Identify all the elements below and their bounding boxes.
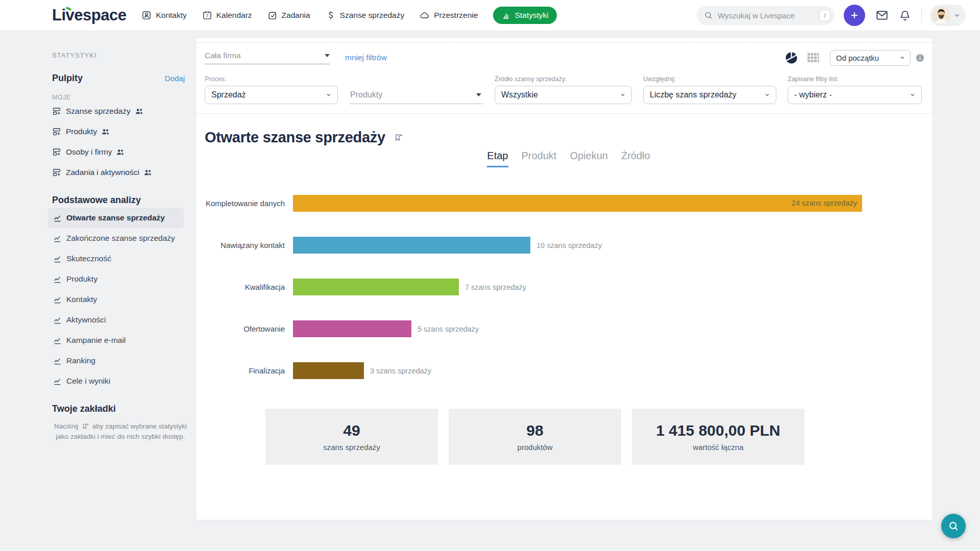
- bookmark-report-button[interactable]: [393, 133, 403, 143]
- sidebar-analysis-item[interactable]: Otwarte szanse sprzedaży: [48, 208, 184, 228]
- topbar: Livespace Kontakty 7 Kalendarz: [0, 0, 980, 31]
- table-view-button[interactable]: [806, 51, 820, 64]
- chart-bar[interactable]: [293, 320, 411, 337]
- bar-chart-icon: [501, 11, 510, 20]
- chart-bar[interactable]: 24 szans sprzedaży: [293, 195, 862, 212]
- sidebar-item-osoby-i-firmy[interactable]: Osoby i firmy: [52, 142, 186, 162]
- uwzglednij-select[interactable]: Liczbę szans sprzedaży: [643, 86, 776, 104]
- sidebar-analysis-item[interactable]: Kontakty: [48, 289, 184, 310]
- task-check-icon: [267, 10, 278, 20]
- sidebar-analysis-item[interactable]: Cele i wyniki: [48, 371, 184, 391]
- scope-value: Cała firma: [205, 51, 241, 60]
- chart-row: Finalizacja3 szans sprzedaży: [205, 362, 933, 379]
- bar-value-label: 3 szans sprzedaży: [370, 367, 431, 375]
- summary-label: produktów: [517, 443, 552, 452]
- chart-bar[interactable]: [293, 237, 530, 254]
- nav-kalendarz[interactable]: 7 Kalendarz: [202, 10, 252, 20]
- mail-icon: [875, 9, 889, 22]
- line-chart-icon: [53, 214, 62, 222]
- cloud-icon: [420, 10, 430, 20]
- tab-zrodlo[interactable]: Źródło: [621, 150, 650, 167]
- chart-bar[interactable]: [293, 362, 364, 379]
- tab-opiekun[interactable]: Opiekun: [570, 150, 608, 167]
- tab-produkt[interactable]: Produkt: [522, 150, 557, 167]
- plus-icon: [849, 10, 860, 20]
- dashboard-icon: [52, 147, 61, 157]
- sidebar-item-label: Kontakty: [66, 295, 97, 304]
- dropdown-arrow-icon: [476, 93, 481, 96]
- tab-etap[interactable]: Etap: [487, 150, 508, 167]
- line-chart-icon: [53, 357, 62, 365]
- nav-statystyki[interactable]: Statystyki: [493, 7, 556, 24]
- dashboard-icon: [52, 127, 61, 136]
- nav-szanse-sprzedazy[interactable]: Szanse sprzedaży: [326, 10, 405, 20]
- bookmark-hint: Naciśnij aby zapisać wybrane statystyki …: [52, 421, 189, 442]
- sidebar-analysis-item[interactable]: Kampanie e-mail: [48, 330, 184, 350]
- chart-category-label: Kwalifikacja: [205, 283, 293, 291]
- chart-category-label: Nawiązany kontakt: [205, 241, 293, 249]
- zakladki-heading: Twoje zakładki: [52, 404, 116, 414]
- produkty-value: Produkty: [350, 90, 382, 99]
- summary-box-wartosc: 1 415 800,00 PLN wartość łączna: [632, 409, 804, 465]
- produkty-select[interactable]: Produkty: [349, 86, 483, 104]
- less-filters-link[interactable]: mniej filtrów: [345, 53, 387, 62]
- search-shortcut-badge: /: [819, 10, 830, 21]
- chart-bar[interactable]: [293, 279, 459, 295]
- sidebar-item-label: Osoby i firmy: [66, 147, 112, 157]
- livespace-logo[interactable]: Livespace: [52, 6, 126, 24]
- add-button[interactable]: [844, 5, 865, 26]
- bookmark-plus-icon: [80, 422, 92, 430]
- floating-search-button[interactable]: [941, 514, 966, 538]
- pulpity-heading: Pulpity: [52, 73, 83, 84]
- people-icon: [144, 169, 152, 177]
- sidebar-analysis-item[interactable]: Skuteczność: [48, 248, 184, 269]
- period-value: Od początku: [836, 54, 879, 62]
- zrodlo-select[interactable]: Wszystkie: [495, 86, 632, 104]
- svg-text:7: 7: [206, 13, 208, 18]
- summary-box-produkty: 98 produktów: [449, 409, 621, 465]
- sidebar-analysis-item[interactable]: Zakończone szanse sprzedaży: [48, 228, 184, 248]
- sidebar-item-label: Produkty: [66, 274, 97, 284]
- notifications-button[interactable]: [899, 9, 911, 21]
- chart-row: Ofertowanie5 szans sprzedaży: [205, 320, 933, 337]
- sidebar: STATYSTYKI Pulpity Dodaj MOJE Szanse spr…: [0, 31, 195, 551]
- summary-label: wartość łączna: [693, 443, 743, 452]
- bar-value-label: 24 szans sprzedaży: [792, 195, 857, 212]
- sidebar-item-label: Kampanie e-mail: [66, 336, 126, 345]
- pulpity-add-link[interactable]: Dodaj: [165, 74, 185, 83]
- pie-view-button[interactable]: [785, 51, 798, 65]
- proces-select[interactable]: Sprzedaż: [205, 86, 338, 104]
- bar-chart: Kompletowanie danych24 szans sprzedażyNa…: [205, 195, 933, 379]
- chart-row: Nawiązany kontakt10 szans sprzedaży: [205, 237, 933, 254]
- nav-przestrzenie[interactable]: Przestrzenie: [420, 10, 478, 20]
- chart-row: Kompletowanie danych24 szans sprzedaży: [205, 195, 933, 212]
- mail-button[interactable]: [875, 9, 889, 22]
- sidebar-item-label: Szanse sprzedaży: [66, 107, 131, 116]
- chart-row: Kwalifikacja7 szans sprzedaży: [205, 279, 933, 295]
- info-button[interactable]: [916, 54, 924, 62]
- search-icon: [704, 11, 713, 20]
- nav-label: Kalendarz: [216, 11, 252, 20]
- nav-kontakty[interactable]: Kontakty: [141, 10, 186, 20]
- search-input[interactable]: [718, 11, 819, 20]
- dropdown-arrow-icon: [325, 54, 330, 57]
- sidebar-item-produkty[interactable]: Produkty: [52, 121, 186, 142]
- scope-select[interactable]: Cała firma: [205, 51, 330, 64]
- sidebar-section-title: STATYSTYKI: [52, 52, 186, 59]
- summary-label: szans sprzedaży: [323, 443, 380, 452]
- logo-text: Livespace: [52, 6, 126, 24]
- user-menu[interactable]: [930, 5, 966, 26]
- sidebar-analysis-item[interactable]: Ranking: [48, 350, 184, 371]
- sidebar-item-label: Aktywności: [66, 315, 106, 324]
- sidebar-analysis-item[interactable]: Produkty: [48, 269, 184, 289]
- zapisane-filtry-select[interactable]: - wybierz -: [788, 86, 922, 104]
- line-chart-icon: [53, 295, 62, 304]
- period-select[interactable]: Od początku: [830, 50, 911, 66]
- sidebar-item-label: Zadania i aktywności: [66, 168, 139, 177]
- sidebar-item-label: Produkty: [66, 127, 97, 136]
- nav-label: Zadania: [282, 11, 310, 20]
- nav-zadania[interactable]: Zadania: [267, 10, 310, 20]
- sidebar-analysis-item[interactable]: Aktywności: [48, 310, 184, 330]
- sidebar-item-szanse-sprzedazy[interactable]: Szanse sprzedaży: [52, 101, 186, 121]
- sidebar-item-zadania-i-aktywnosci[interactable]: Zadania i aktywności: [52, 162, 186, 183]
